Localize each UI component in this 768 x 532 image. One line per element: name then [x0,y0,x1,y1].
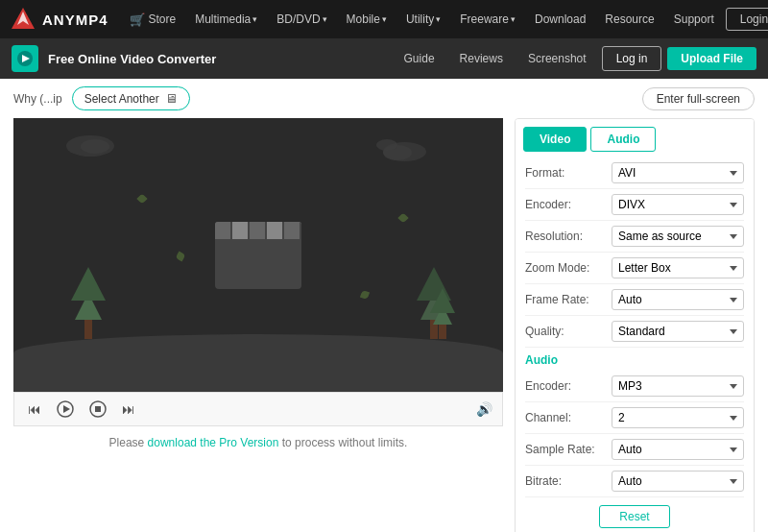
play-icon [57,400,74,418]
format-select[interactable]: AVI [612,162,744,183]
chevron-down-icon: ▾ [436,14,441,24]
bitrate-select[interactable]: Auto [612,471,744,492]
brand-name: ANYMP4 [42,12,108,28]
sub-login-button[interactable]: Log in [602,46,662,71]
reviews-link[interactable]: Reviews [450,48,513,69]
main-content: Why (...ip Select Another 🖥 Enter full-s… [0,79,768,532]
encoder-label: Encoder: [525,198,612,211]
leaf-decoration [360,290,370,300]
bitrate-label: Bitrate: [525,474,612,488]
nav-freeware[interactable]: Freeware ▾ [452,9,523,30]
play-button[interactable] [53,399,78,420]
encoder-row: Encoder: DIVX [525,189,744,221]
store-icon: 🛒 [130,12,145,27]
stop-icon [89,400,107,418]
quality-select[interactable]: Standard [612,321,744,342]
samplerate-label: Sample Rate: [525,443,612,456]
video-container: ⏮ ⏭ 🔊 Please download [13,118,503,532]
brand-logo-area: ANYMP4 [10,6,108,33]
channel-row: Channel: 2 [525,402,744,434]
nav-resource[interactable]: Resource [597,9,661,30]
nav-multimedia[interactable]: Multimedia ▾ [187,9,265,30]
monitor-icon: 🖥 [165,91,178,106]
nav-download[interactable]: Download [527,9,593,30]
samplerate-select[interactable]: Auto [612,439,744,460]
zoom-label: Zoom Mode: [525,261,612,275]
fast-forward-button[interactable]: ⏭ [118,399,139,419]
screenshot-link[interactable]: Screenshot [518,48,596,69]
zoom-row: Zoom Mode: Letter Box [525,253,744,284]
select-another-button[interactable]: Select Another 🖥 [72,86,190,110]
nav-utility[interactable]: Utility ▾ [398,9,448,30]
chevron-down-icon: ▾ [252,14,257,24]
nav-support[interactable]: Support [666,9,722,30]
framerate-select[interactable]: Auto [612,289,744,310]
bitrate-row: Bitrate: Auto [525,466,744,497]
settings-panel: Video Audio Format: AVI Encoder: DIVX [515,118,755,532]
framerate-label: Frame Rate: [525,293,612,306]
volume-icon: 🔊 [476,401,492,417]
sub-nav-links: Guide Reviews Screenshot Log in Upload F… [395,46,756,71]
channel-label: Channel: [525,411,612,424]
sub-navigation: Free Online Video Converter Guide Review… [0,38,768,79]
samplerate-row: Sample Rate: Auto [525,434,744,466]
player-controls: ⏮ ⏭ 🔊 [13,392,503,426]
audio-section-label: Audio [525,348,744,371]
tab-video[interactable]: Video [523,127,587,152]
svg-rect-6 [95,406,101,412]
video-player[interactable] [13,118,503,392]
content-row: ⏮ ⏭ 🔊 Please download [13,118,755,532]
audio-encoder-row: Encoder: MP3 [525,371,744,402]
app-logo-icon [15,49,35,68]
nav-store[interactable]: 🛒 Store [122,9,184,31]
bottom-message: Please download the Pro Version to proce… [13,426,503,453]
pro-version-link[interactable]: download the Pro Version [148,436,279,449]
nav-mobile[interactable]: Mobile ▾ [339,9,395,30]
audio-encoder-select[interactable]: MP3 [612,375,744,397]
cloud-decoration [81,139,109,154]
tab-row: Video Audio [516,119,754,152]
app-logo [12,45,38,72]
guide-link[interactable]: Guide [395,48,444,69]
quality-label: Quality: [525,325,612,338]
cloud-decoration [376,139,397,151]
upload-file-button[interactable]: Upload File [667,47,756,70]
brand-icon [10,6,36,33]
top-navigation: ANYMP4 🛒 Store Multimedia ▾ BD/DVD ▾ Mob… [0,0,768,38]
reset-button[interactable]: Reset [599,505,669,528]
rewind-button[interactable]: ⏮ [24,399,45,419]
resolution-label: Resolution: [525,230,612,243]
zoom-select[interactable]: Letter Box [612,257,744,278]
resolution-select[interactable]: Same as source [612,226,744,247]
tab-audio[interactable]: Audio [590,127,656,152]
leaf-decoration [136,193,147,204]
format-row: Format: AVI [525,157,744,189]
settings-body: Format: AVI Encoder: DIVX Resolution: [516,152,754,532]
audio-encoder-label: Encoder: [525,379,612,393]
leaf-decoration [397,212,408,223]
leaf-decoration [176,252,186,262]
app-title: Free Online Video Converter [48,52,216,66]
fullscreen-button[interactable]: Enter full-screen [642,87,755,110]
ground-decoration [13,334,503,392]
svg-marker-4 [63,405,70,413]
quality-row: Quality: Standard [525,316,744,348]
toolbar-row: Why (...ip Select Another 🖥 Enter full-s… [13,86,755,110]
stop-button[interactable] [85,399,110,420]
why-label: Why (...ip [13,92,62,106]
chevron-down-icon: ▾ [323,14,327,24]
chevron-down-icon: ▾ [511,14,516,24]
nav-login-button[interactable]: Login [726,8,768,31]
framerate-row: Frame Rate: Auto [525,284,744,316]
chevron-down-icon: ▾ [382,14,387,24]
clapperboard-decoration [215,222,301,289]
tree-decoration [430,288,455,339]
nav-bddvd[interactable]: BD/DVD ▾ [269,9,334,30]
tree-decoration [71,267,106,339]
channel-select[interactable]: 2 [612,407,744,428]
resolution-row: Resolution: Same as source [525,221,744,253]
video-scene [13,118,503,392]
encoder-select[interactable]: DIVX [612,194,744,215]
format-label: Format: [525,166,612,180]
